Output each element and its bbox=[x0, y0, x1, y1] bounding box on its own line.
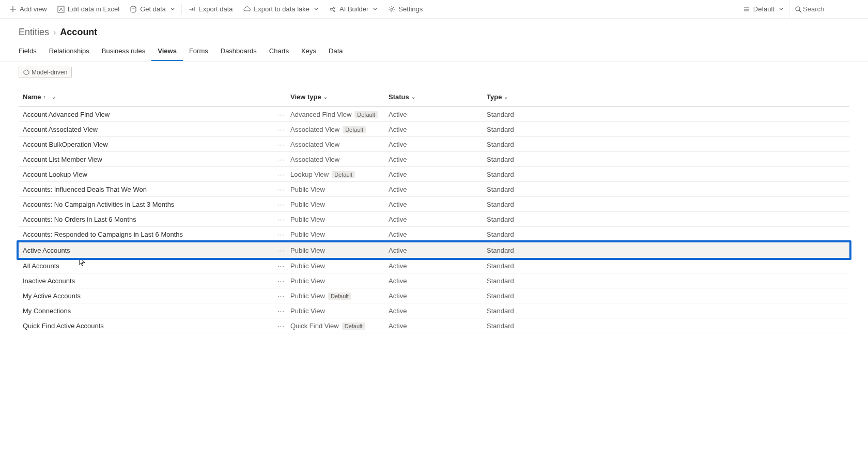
cell-name: Accounts: No Campaign Activities in Last… bbox=[19, 201, 272, 208]
excel-icon bbox=[57, 6, 65, 13]
table-row[interactable]: All Accounts···Public ViewActiveStandard bbox=[19, 258, 849, 273]
breadcrumb-current: Account bbox=[60, 27, 97, 38]
model-driven-chip[interactable]: Model-driven bbox=[19, 67, 72, 78]
search-input[interactable] bbox=[802, 5, 864, 13]
table-row[interactable]: Inactive Accounts···Public ViewActiveSta… bbox=[19, 273, 849, 288]
row-more-button[interactable]: ··· bbox=[272, 230, 290, 238]
table-row[interactable]: Accounts: No Orders in Last 6 Months···P… bbox=[19, 212, 849, 227]
cell-type: Standard bbox=[487, 171, 585, 178]
cell-viewtype: Public View bbox=[290, 247, 389, 254]
default-badge: Default bbox=[328, 293, 351, 300]
chevron-down-icon bbox=[373, 7, 378, 12]
row-more-button[interactable]: ··· bbox=[272, 292, 290, 300]
table-row[interactable]: Accounts: Responded to Campaigns in Last… bbox=[19, 227, 849, 242]
table-row[interactable]: Account Lookup View···Lookup ViewDefault… bbox=[19, 167, 849, 182]
cell-name: Active Accounts bbox=[19, 247, 272, 254]
row-more-button[interactable]: ··· bbox=[272, 277, 290, 285]
table-row[interactable]: Quick Find Active Accounts···Quick Find … bbox=[19, 318, 849, 333]
col-status[interactable]: Status ⌄ bbox=[389, 93, 487, 101]
settings-button[interactable]: Settings bbox=[383, 0, 428, 19]
col-type-label: Type bbox=[487, 93, 502, 101]
table-row[interactable]: Account Associated View···Associated Vie… bbox=[19, 122, 849, 137]
cell-name: My Connections bbox=[19, 307, 272, 315]
cell-status: Active bbox=[389, 230, 487, 238]
row-more-button[interactable]: ··· bbox=[272, 156, 290, 163]
default-badge: Default bbox=[354, 111, 378, 118]
default-badge: Default bbox=[342, 322, 365, 330]
table-row[interactable]: Account Advanced Find View···Advanced Fi… bbox=[19, 107, 849, 122]
database-icon bbox=[130, 6, 137, 13]
gear-icon bbox=[388, 6, 395, 13]
table-row[interactable]: Account List Member View···Associated Vi… bbox=[19, 152, 849, 167]
cell-status: Active bbox=[389, 156, 487, 163]
row-more-button[interactable]: ··· bbox=[272, 247, 290, 254]
edit-data-excel-button[interactable]: Edit data in Excel bbox=[52, 0, 125, 19]
export-data-lake-button[interactable]: Export to data lake bbox=[238, 0, 324, 19]
cell-type: Standard bbox=[487, 292, 585, 300]
row-more-button[interactable]: ··· bbox=[272, 186, 290, 193]
table-row[interactable]: My Active Accounts···Public ViewDefaultA… bbox=[19, 288, 849, 303]
row-more-button[interactable]: ··· bbox=[272, 216, 290, 223]
model-driven-icon bbox=[23, 69, 29, 75]
tab-keys[interactable]: Keys bbox=[295, 43, 322, 61]
table-row[interactable]: Accounts: Influenced Deals That We Won··… bbox=[19, 182, 849, 197]
row-more-button[interactable]: ··· bbox=[272, 322, 290, 330]
row-more-button[interactable]: ··· bbox=[272, 111, 290, 118]
export-data-label: Export data bbox=[198, 5, 233, 13]
cell-status: Active bbox=[389, 126, 487, 133]
table-row[interactable]: Accounts: No Campaign Activities in Last… bbox=[19, 197, 849, 212]
cell-viewtype: Quick Find ViewDefault bbox=[290, 322, 389, 330]
default-badge: Default bbox=[343, 126, 366, 133]
tab-data[interactable]: Data bbox=[322, 43, 349, 61]
entity-tabs: FieldsRelationshipsBusiness rulesViewsFo… bbox=[0, 43, 868, 62]
chevron-down-icon: ⌄ bbox=[504, 94, 508, 100]
search-box[interactable] bbox=[789, 0, 864, 19]
row-more-button[interactable]: ··· bbox=[272, 171, 290, 178]
cell-viewtype: Public View bbox=[290, 307, 389, 315]
tab-dashboards[interactable]: Dashboards bbox=[214, 43, 263, 61]
cell-status: Active bbox=[389, 171, 487, 178]
svg-point-1 bbox=[131, 6, 136, 8]
list-icon bbox=[743, 6, 750, 13]
svg-point-5 bbox=[391, 8, 393, 10]
chevron-down-icon bbox=[170, 7, 175, 12]
cell-viewtype: Associated ViewDefault bbox=[290, 126, 389, 133]
cell-name: Account Associated View bbox=[19, 126, 272, 133]
table-row[interactable]: Active Accounts···Public ViewActiveStand… bbox=[19, 242, 849, 258]
tab-business-rules[interactable]: Business rules bbox=[96, 43, 152, 61]
cell-type: Standard bbox=[487, 186, 585, 193]
table-row[interactable]: Account BulkOperation View···Associated … bbox=[19, 137, 849, 152]
row-more-button[interactable]: ··· bbox=[272, 201, 290, 208]
get-data-button[interactable]: Get data bbox=[125, 0, 180, 19]
table-row[interactable]: My Connections···Public ViewActiveStanda… bbox=[19, 303, 849, 318]
tab-relationships[interactable]: Relationships bbox=[43, 43, 96, 61]
cell-status: Active bbox=[389, 292, 487, 300]
col-name[interactable]: Name ↑ ⌄ bbox=[19, 93, 272, 101]
add-view-button[interactable]: Add view bbox=[4, 0, 52, 19]
view-default-button[interactable]: Default bbox=[738, 0, 789, 19]
export-data-button[interactable]: Export data bbox=[183, 0, 238, 19]
cell-status: Active bbox=[389, 111, 487, 118]
col-type[interactable]: Type ⌄ bbox=[487, 93, 585, 101]
tab-views[interactable]: Views bbox=[151, 43, 183, 61]
cell-name: Accounts: No Orders in Last 6 Months bbox=[19, 216, 272, 223]
cell-type: Standard bbox=[487, 277, 585, 285]
ai-icon bbox=[329, 6, 336, 13]
row-more-button[interactable]: ··· bbox=[272, 307, 290, 315]
breadcrumb-parent[interactable]: Entities bbox=[19, 27, 49, 38]
search-icon bbox=[795, 6, 802, 13]
svg-point-6 bbox=[796, 7, 800, 11]
row-more-button[interactable]: ··· bbox=[272, 262, 290, 270]
row-more-button[interactable]: ··· bbox=[272, 141, 290, 148]
ai-builder-button[interactable]: AI Builder bbox=[324, 0, 383, 19]
cell-viewtype: Public View bbox=[290, 262, 389, 270]
col-viewtype[interactable]: View type ⌄ bbox=[290, 93, 389, 101]
cell-status: Active bbox=[389, 277, 487, 285]
tab-forms[interactable]: Forms bbox=[183, 43, 214, 61]
tab-fields[interactable]: Fields bbox=[19, 43, 43, 61]
cell-viewtype: Public View bbox=[290, 277, 389, 285]
row-more-button[interactable]: ··· bbox=[272, 126, 290, 133]
ai-builder-label: AI Builder bbox=[339, 5, 368, 13]
tab-charts[interactable]: Charts bbox=[263, 43, 295, 61]
cell-name: Account Advanced Find View bbox=[19, 111, 272, 118]
